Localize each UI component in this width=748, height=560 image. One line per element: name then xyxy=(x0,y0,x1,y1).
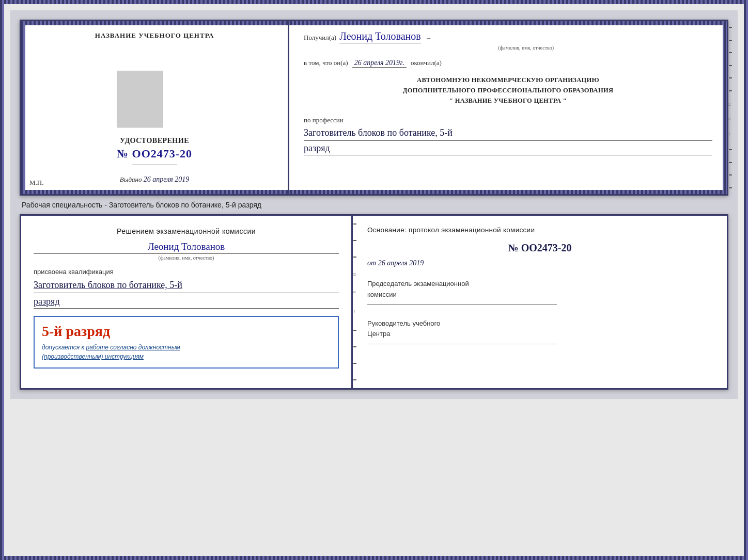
cert-left-panel: НАЗВАНИЕ УЧЕБНОГО ЦЕНТРА УДОСТОВЕРЕНИЕ №… xyxy=(21,21,289,194)
fio-sub-label: (фамилия, имя, отчество) xyxy=(498,45,554,51)
razryad-value: разряд xyxy=(304,143,712,155)
org-line1: АВТОНОМНУЮ НЕКОММЕРЧЕСКУЮ ОРГАНИЗАЦИЮ xyxy=(304,75,712,85)
ot-date: 26 апреля 2019 xyxy=(378,259,424,267)
mp-label: М.П. xyxy=(29,179,43,187)
exam-person-name: Леонид Толованов xyxy=(34,241,339,254)
org-block: АВТОНОМНУЮ НЕКОММЕРЧЕСКУЮ ОРГАНИЗАЦИЮ ДО… xyxy=(304,75,712,106)
exam-razryad-value: разряд xyxy=(34,296,339,309)
rukovoditel-signature-line xyxy=(367,344,557,344)
side-text-arrow: ← xyxy=(727,132,733,137)
prisvоena-label: присвоена квалификация xyxy=(34,268,339,276)
okonchil-label: окончил(а) xyxy=(411,59,442,67)
decision-title: Решением экзаменационной комиссии xyxy=(34,226,339,237)
exam-qualification-value: Заготовитель блоков по ботанике, 5-й xyxy=(34,279,339,293)
osnovanie-title: Основание: протокол экзаменационной коми… xyxy=(367,226,712,234)
person-name: Леонид Толованов xyxy=(339,30,421,43)
vtom-row: в том, что он(а) 26 апреля 2019г. окончи… xyxy=(304,59,712,68)
side-mark xyxy=(729,90,732,91)
side-mark xyxy=(729,187,732,188)
side-mark xyxy=(729,27,732,28)
side-marks: и а ← xyxy=(728,21,733,194)
exam-stamp-box: 5-й разряд допускается к работе согласно… xyxy=(34,316,339,369)
stamp-underline-text: работе согласно должностным xyxy=(86,344,180,351)
side-text-a: а xyxy=(727,118,733,120)
page-background: НАЗВАНИЕ УЧЕБНОГО ЦЕНТРА УДОСТОВЕРЕНИЕ №… xyxy=(10,10,738,399)
vtom-date: 26 апреля 2019г. xyxy=(352,59,407,68)
poluchil-label: Получил(а) xyxy=(304,34,336,42)
photo-placeholder xyxy=(117,71,163,127)
cert-right-panel: Получил(а) Леонид Толованов – (фамилия, … xyxy=(289,21,727,194)
exam-left-panel: Решением экзаменационной комиссии Леонид… xyxy=(21,216,353,388)
chairman-block: Председатель экзаменационной комиссии xyxy=(367,279,712,309)
profession-block: по профессии Заготовитель блоков по бота… xyxy=(304,113,712,155)
profession-value: Заготовитель блоков по ботанике, 5-й xyxy=(304,126,712,141)
chairman-signature-line xyxy=(367,305,557,305)
side-mark xyxy=(729,77,732,78)
stamp-italic-text: (производственным) инструкциям xyxy=(42,353,144,360)
cert-training-center-title: НАЗВАНИЕ УЧЕБНОГО ЦЕНТРА xyxy=(95,31,214,40)
org-line2: ДОПОЛНИТЕЛЬНОГО ПРОФЕССИОНАЛЬНОГО ОБРАЗО… xyxy=(304,85,712,95)
exam-right-date: от 26 апреля 2019 xyxy=(367,259,712,267)
side-mark xyxy=(729,149,732,150)
org-line3: " НАЗВАНИЕ УЧЕБНОГО ЦЕНТРА " xyxy=(304,95,712,106)
side-text-и: и xyxy=(727,103,733,107)
rukovoditel-block: Руководитель учебного Центра xyxy=(367,318,712,349)
person-name-block: Леонид Толованов – (фамилия, имя, отчест… xyxy=(339,30,712,52)
rukovoditel-line1: Руководитель учебного xyxy=(367,318,712,329)
side-mark xyxy=(729,40,732,41)
speciality-label: Рабочая специальность - Заготовитель бло… xyxy=(20,196,728,214)
exam-stamp-grade: 5-й разряд xyxy=(42,323,331,340)
poluchil-row: Получил(а) Леонид Толованов – (фамилия, … xyxy=(304,30,712,52)
side-mark xyxy=(729,162,732,163)
exam-fio-sub: (фамилия, имя, отчество) xyxy=(34,255,339,261)
cert-number: № OO2473-20 xyxy=(117,147,192,161)
ot-label: от xyxy=(367,259,376,267)
cert-line-1 xyxy=(132,165,177,165)
exam-right-panel: Основание: протокол экзаменационной коми… xyxy=(353,216,727,388)
cert-udost-title: УДОСТОВЕРЕНИЕ xyxy=(117,137,192,145)
vydano-label: Выдано xyxy=(120,175,142,183)
side-mark xyxy=(729,65,732,66)
bottom-certificate: Решением экзаменационной комиссии Леонид… xyxy=(20,214,728,390)
vtom-label: в том, что он(а) xyxy=(304,59,348,67)
stamp-text-prefix: допускается к xyxy=(42,344,84,351)
vydano-date: 26 апреля 2019 xyxy=(144,175,189,183)
dash-right: – xyxy=(427,34,431,41)
chairman-line1: Председатель экзаменационной xyxy=(367,279,712,290)
side-mark xyxy=(729,52,732,53)
po-professii-label: по профессии xyxy=(304,116,712,124)
exam-right-number: № OO2473-20 xyxy=(367,242,712,254)
chairman-line2: комиссии xyxy=(367,290,712,300)
cert-vydano: Выдано 26 апреля 2019 xyxy=(120,175,190,184)
cert-udost-block: УДОСТОВЕРЕНИЕ № OO2473-20 xyxy=(117,60,192,169)
exam-stamp-text: допускается к работе согласно должностны… xyxy=(42,343,331,361)
top-certificate: НАЗВАНИЕ УЧЕБНОГО ЦЕНТРА УДОСТОВЕРЕНИЕ №… xyxy=(20,20,728,196)
rukovoditel-line2: Центра xyxy=(367,329,712,340)
side-mark xyxy=(729,174,732,175)
